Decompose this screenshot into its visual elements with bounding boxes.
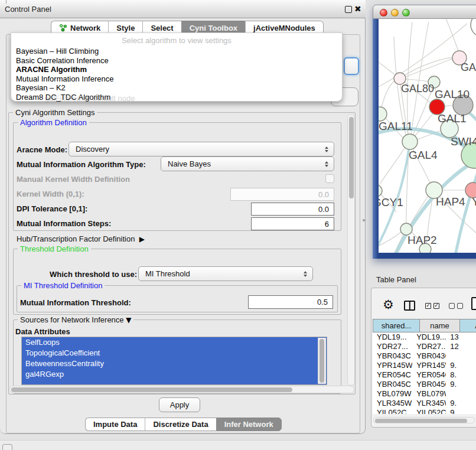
threshold-definition-title: Threshold Definition	[18, 244, 91, 253]
attributes-scrollbar-thumb[interactable]	[319, 339, 324, 383]
network-edge	[406, 58, 452, 77]
mi-steps-field[interactable]: 6	[251, 217, 334, 230]
network-edge-highlighted	[455, 165, 476, 253]
table-row[interactable]: YBR043CYBR043C	[373, 351, 476, 361]
table-row[interactable]: YLR345WYLR345W9.	[373, 399, 476, 408]
sources-title[interactable]: Sources for Network Inference ▼	[18, 315, 133, 324]
table-row[interactable]: YPR145WYPR145W9.	[373, 361, 476, 370]
close-icon[interactable]: ✖	[354, 4, 361, 14]
table-row[interactable]: YBL079WYBL079W	[373, 389, 476, 399]
mi-threshold-field[interactable]: 0.5	[248, 295, 333, 309]
algorithm-dropdown: Select algorithm to view settings Bayesi…	[11, 32, 343, 102]
attribute-topologicalcoefficient[interactable]: TopologicalCoefficient	[22, 348, 327, 358]
table-cell: YPR145W	[373, 361, 412, 370]
tab-label: Select	[151, 24, 173, 32]
network-edge	[406, 79, 428, 81]
network-graph[interactable]: GALGAL80GAL10GAL1GAL11SWI4GAL4GCY1HAP4YH…	[379, 19, 476, 253]
attributes-scrollbar[interactable]	[318, 338, 326, 384]
table-cell: YBR045C	[412, 380, 446, 389]
data-attributes-list[interactable]: SelfLoopsTopologicalCoefficientBetweenne…	[21, 337, 327, 385]
algorithm-option-bayesian-hill-climbing[interactable]: Bayesian – Hill Climbing	[14, 47, 340, 56]
document-icon[interactable]	[471, 297, 476, 310]
gear-icon[interactable]: ⚙	[383, 298, 394, 312]
network-selector-ghost-text: galFiltered.sif default node	[45, 94, 135, 103]
split-columns-icon[interactable]	[404, 301, 415, 311]
collapse-down-icon[interactable]: ▼	[126, 316, 131, 324]
mi-steps-label: Mutual Information Steps:	[17, 219, 111, 228]
node-top-right[interactable]	[471, 19, 476, 37]
settings-vscrollbar-thumb[interactable]	[349, 117, 354, 198]
table-row[interactable]: YDR27...YDR27...12	[373, 342, 476, 351]
expand-right-icon[interactable]: ▶	[139, 235, 145, 243]
settings-hscrollbar[interactable]	[9, 386, 354, 393]
table-cell: YER054C	[412, 370, 446, 380]
selection-filler	[22, 380, 327, 385]
zoom-traffic-light[interactable]	[402, 9, 410, 17]
algorithm-option-mutual-information-inference[interactable]: Mutual Information Inference	[14, 74, 340, 84]
table-cell: YIL052C	[412, 408, 446, 414]
settings-vscrollbar[interactable]	[347, 114, 355, 386]
control-panel-titlebar[interactable]	[0, 0, 366, 18]
minimize-traffic-light[interactable]	[391, 9, 399, 17]
node-gal11[interactable]	[379, 107, 387, 121]
hub-definition-toggle[interactable]: Hub/Transcription Factor Definition ▶	[17, 234, 145, 243]
table-row[interactable]: YDL19...YDL19...13	[373, 332, 476, 342]
algorithm-option-aracne-algorithm[interactable]: ARACNE Algorithm	[14, 65, 340, 74]
attribute-betweennesscentrality[interactable]: BetweennessCentrality	[22, 358, 327, 369]
mi-type-combo[interactable]: Naive Bayes	[161, 156, 334, 171]
table-hscrollbar-thumb[interactable]	[375, 419, 467, 423]
mi-threshold-label: Mutual Information Threshold:	[20, 298, 131, 307]
tab-discretize-data[interactable]: Discretize Data	[145, 418, 216, 431]
stepper-arrows-icon	[325, 146, 328, 152]
network-edge	[445, 105, 454, 106]
node-hap2[interactable]	[400, 223, 412, 235]
which-threshold-value: MI Threshold	[145, 269, 190, 278]
hub-definition-label: Hub/Transcription Factor Definition	[17, 234, 135, 243]
node-label-gal1: GAL1	[438, 112, 467, 125]
column-header-a[interactable]: A	[460, 319, 476, 332]
dpi-tolerance-field[interactable]: 0.0	[251, 203, 334, 216]
network-edge	[445, 19, 458, 51]
column-header-name[interactable]: name	[420, 319, 460, 332]
network-canvas[interactable]: GALGAL80GAL10GAL1GAL11SWI4GAL4GCY1HAP4YH…	[379, 19, 476, 253]
table-cell: YBL079W	[412, 389, 446, 399]
table-body[interactable]: YDL19...YDL19...13YDR27...YDR27...12YBR0…	[373, 332, 476, 414]
attribute-gal4rgexp[interactable]: gal4RGexp	[22, 369, 327, 380]
screen: Control Panel ✖ NetworkStyleSelectCyni T…	[0, 0, 476, 450]
tab-impute-data[interactable]: Impute Data	[85, 418, 145, 431]
attribute-selfloops[interactable]: SelfLoops	[22, 337, 327, 348]
table-cell: 9	[446, 408, 476, 414]
deselect-all-icon[interactable]	[449, 303, 455, 309]
select-all-icon[interactable]: ✓	[425, 303, 431, 309]
bottom-left-button[interactable]	[2, 444, 12, 450]
tab-infer-network[interactable]: Infer Network	[216, 418, 282, 431]
node-gal4[interactable]	[402, 134, 418, 149]
which-threshold-combo[interactable]: MI Threshold	[138, 266, 313, 281]
network-view-titlebar[interactable]	[373, 5, 476, 19]
close-traffic-light[interactable]	[380, 9, 387, 17]
float-window-icon[interactable]	[345, 6, 352, 13]
node-label-gal4: GAL4	[409, 149, 438, 161]
manual-kernel-checkbox[interactable]	[325, 174, 334, 183]
table-row[interactable]: YBR045CYBR045C9.	[373, 380, 476, 389]
table-cell: YDL19...	[373, 332, 412, 342]
deselect-all-icon[interactable]	[457, 303, 463, 309]
settings-hscrollbar-thumb[interactable]	[11, 387, 292, 392]
table-row[interactable]: YER054CYER054C8.	[373, 370, 476, 380]
kernel-width-field[interactable]: 0.0	[230, 188, 334, 201]
algorithm-option-basic-correlation-inference[interactable]: Basic Correlation Inference	[14, 56, 340, 66]
select-all-icon[interactable]: ✓	[433, 303, 439, 309]
apply-button-label: Apply	[170, 400, 190, 409]
table-hscrollbar[interactable]	[373, 417, 475, 423]
table-row[interactable]: YIL052CYIL052C9	[373, 408, 476, 414]
dpi-tolerance-value: 0.0	[318, 205, 329, 214]
column-header-shared[interactable]: shared...	[373, 319, 420, 332]
mi-steps-value: 6	[325, 220, 329, 229]
table-cell: YER054C	[373, 370, 412, 380]
panel-splitter-handle[interactable]	[363, 219, 365, 221]
apply-button[interactable]: Apply	[159, 397, 200, 412]
aracne-mode-combo[interactable]: Discovery	[69, 142, 334, 156]
algorithm-option-bayesian-k2[interactable]: Bayesian – K2	[14, 83, 340, 93]
table-cell	[446, 351, 476, 361]
manual-kernel-label: Manual Kernel Width Definition	[17, 175, 130, 184]
